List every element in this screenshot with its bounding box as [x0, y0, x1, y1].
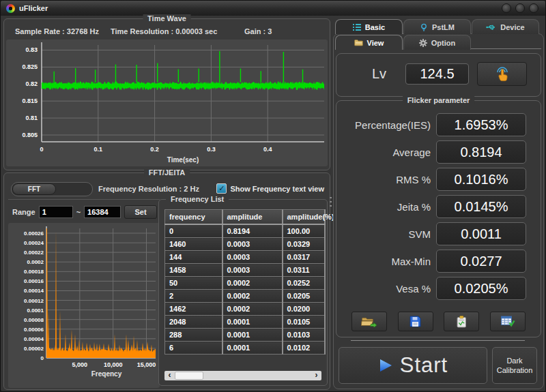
- table-cell[interactable]: 144: [165, 251, 222, 264]
- scroll-right-icon[interactable]: ›: [311, 371, 321, 380]
- titlebar[interactable]: uFlicker: [1, 1, 545, 16]
- table-row[interactable]: 1440.00030.0317: [165, 251, 325, 264]
- dark-calibration-button[interactable]: Dark Calibration: [492, 347, 537, 384]
- table-cell[interactable]: 0.0002: [222, 303, 283, 316]
- frequency-table[interactable]: frequencyamplitudeamplitude(%)00.8194100…: [164, 209, 321, 355]
- y-tick-label: 0: [41, 355, 44, 361]
- set-button[interactable]: Set: [124, 205, 157, 219]
- horizontal-scrollbar[interactable]: ‹ ›: [164, 371, 321, 380]
- table-cell[interactable]: 6: [165, 342, 222, 355]
- parameter-value: 1.6953%: [436, 113, 526, 136]
- table-cell[interactable]: 0.0103: [283, 329, 325, 342]
- checkbox-check-icon[interactable]: ✓: [216, 183, 227, 194]
- table-cell[interactable]: 288: [165, 329, 222, 342]
- export-table-button[interactable]: [490, 312, 526, 331]
- column-header[interactable]: amplitude: [222, 210, 283, 225]
- y-tick-label: 0.805: [22, 132, 38, 138]
- table-cell[interactable]: 0.0200: [283, 303, 325, 316]
- x-tick-label: 0.4: [263, 146, 272, 153]
- table-cell[interactable]: 0.0003: [222, 238, 283, 251]
- y-tick-label: 0.815: [22, 97, 38, 104]
- table-row[interactable]: 2880.00010.0103: [165, 329, 325, 342]
- table-cell[interactable]: 0.0002: [222, 277, 283, 290]
- table-cell[interactable]: 0: [165, 224, 222, 238]
- report-button[interactable]: [444, 312, 479, 331]
- table-row[interactable]: 14620.00020.0200: [165, 303, 325, 316]
- table-cell[interactable]: 0.0002: [222, 290, 283, 303]
- tab-device[interactable]: Device: [472, 19, 539, 34]
- table-cell[interactable]: 0.0311: [283, 264, 325, 277]
- table-cell[interactable]: 2: [165, 290, 222, 303]
- table-cell[interactable]: 2048: [165, 316, 222, 329]
- column-header[interactable]: amplitude(%): [283, 210, 325, 225]
- parameter-label: Average: [336, 147, 436, 158]
- measure-button[interactable]: [477, 62, 527, 86]
- table-cell[interactable]: 0.0317: [283, 251, 325, 264]
- table-row[interactable]: 60.00010.0102: [165, 342, 325, 355]
- fft-toggle-knob[interactable]: FFT: [12, 183, 56, 195]
- fft-toggle[interactable]: FFT: [11, 182, 93, 196]
- y-tick-label: 0.00008: [24, 317, 44, 323]
- table-row[interactable]: 500.00020.0252: [165, 277, 325, 290]
- scrollbar-thumb[interactable]: [175, 372, 203, 380]
- parameter-row: RMS %0.1016%: [336, 168, 541, 191]
- table-cell[interactable]: 1460: [165, 238, 222, 251]
- sample-rate-label: Sample Rate : 32768 Hz: [15, 27, 99, 35]
- table-cell[interactable]: 1458: [165, 264, 222, 277]
- tab-view[interactable]: View: [335, 35, 403, 50]
- range-separator: ~: [76, 208, 81, 216]
- notebook-icon: [354, 39, 363, 46]
- list-icon: [353, 24, 361, 31]
- table-row[interactable]: 00.8194100.00: [165, 224, 325, 238]
- range-to-input[interactable]: [84, 206, 121, 218]
- y-tick-label: 0.00024: [24, 240, 44, 246]
- gear-icon: [419, 39, 427, 47]
- table-cell[interactable]: 0.0329: [283, 238, 325, 251]
- table-cell[interactable]: 0.0252: [283, 277, 325, 290]
- table-cell[interactable]: 1462: [165, 303, 222, 316]
- open-folder-icon: [361, 316, 377, 327]
- scroll-left-icon[interactable]: ‹: [164, 371, 175, 380]
- table-cell[interactable]: 0.0003: [222, 251, 283, 264]
- table-cell[interactable]: 0.8194: [222, 224, 283, 238]
- panel-splitter[interactable]: [330, 197, 332, 209]
- tab-basic[interactable]: Basic: [335, 19, 403, 34]
- app-window: uFlicker Time Wave Sample Rate : 32768 H…: [0, 0, 546, 392]
- table-cell[interactable]: 0.0001: [222, 316, 283, 329]
- open-file-button[interactable]: [351, 312, 387, 331]
- y-tick-label: 0.00012: [24, 298, 44, 304]
- table-cell[interactable]: 100.00: [283, 224, 325, 238]
- table-row[interactable]: 14580.00030.0311: [165, 264, 325, 277]
- table-cell[interactable]: 0.0205: [283, 290, 325, 303]
- table-row[interactable]: 14600.00030.0329: [165, 238, 325, 251]
- table-cell[interactable]: 0.0003: [222, 264, 283, 277]
- tab-pstlm-label: PstLM: [432, 23, 455, 31]
- x-tick-label: 5,000: [72, 361, 88, 368]
- maximize-button[interactable]: [515, 3, 525, 13]
- start-button[interactable]: Start: [339, 347, 487, 384]
- window-title: uFlicker: [19, 4, 48, 12]
- dark-calibration-label-1: Dark: [506, 356, 522, 365]
- usb-icon: [486, 24, 496, 31]
- table-cell[interactable]: 0.0105: [283, 316, 325, 329]
- tab-option-label: Option: [431, 39, 455, 47]
- table-cell[interactable]: 0.0001: [222, 329, 283, 342]
- right-panel: Basic PstLM Device View Option Lv 124.5: [333, 18, 544, 389]
- tab-pstlm[interactable]: PstLM: [403, 19, 471, 34]
- table-row[interactable]: 20480.00010.0105: [165, 316, 325, 329]
- table-row[interactable]: 20.00020.0205: [165, 290, 325, 303]
- scrollbar-track[interactable]: [175, 371, 311, 380]
- table-cell[interactable]: 0.0001: [222, 342, 283, 355]
- column-header[interactable]: frequency: [165, 210, 222, 225]
- parameter-value: 0.0011: [436, 222, 526, 245]
- close-button[interactable]: [529, 3, 538, 13]
- range-from-input[interactable]: [39, 206, 73, 218]
- save-icon: [410, 316, 421, 327]
- show-frequency-checkbox[interactable]: ✓ Show Frequency text view: [216, 183, 324, 194]
- save-button[interactable]: [398, 312, 433, 331]
- tab-option[interactable]: Option: [403, 35, 471, 50]
- table-cell[interactable]: 50: [165, 277, 222, 290]
- table-cell[interactable]: 0.0102: [283, 342, 325, 355]
- minimize-button[interactable]: [502, 3, 511, 13]
- fft-spectrum-chart: 00.000020.000040.000060.000080.00010.000…: [8, 223, 160, 388]
